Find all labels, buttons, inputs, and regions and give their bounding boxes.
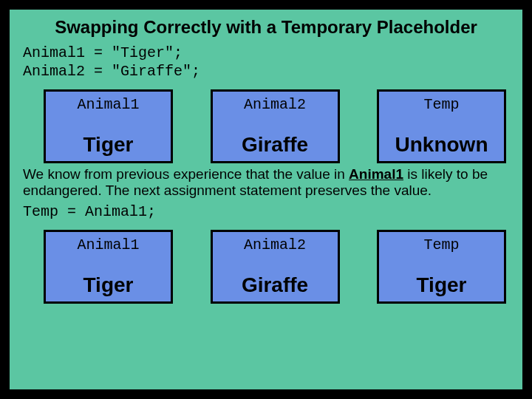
box-value: Giraffe bbox=[216, 273, 335, 299]
box-label: Animal1 bbox=[49, 236, 168, 253]
box-value: Tiger bbox=[382, 273, 501, 299]
code-line: Temp = Animal1; bbox=[23, 202, 509, 221]
code-block-2: Temp = Animal1; bbox=[10, 202, 522, 225]
box-value: Tiger bbox=[49, 273, 168, 299]
explanation-text: We know from previous experience that th… bbox=[10, 163, 522, 202]
box-label: Animal2 bbox=[216, 96, 335, 113]
var-box-animal2: Animal2 Giraffe bbox=[211, 230, 340, 304]
var-box-animal2: Animal2 Giraffe bbox=[211, 89, 340, 163]
box-label: Temp bbox=[382, 236, 501, 253]
var-box-animal1: Animal1 Tiger bbox=[44, 89, 173, 163]
box-row-2: Animal1 Tiger Animal2 Giraffe Temp Tiger bbox=[10, 225, 522, 304]
code-line: Animal1 = "Tiger"; bbox=[23, 44, 509, 62]
box-value: Unknown bbox=[382, 133, 501, 158]
box-label: Animal2 bbox=[216, 236, 335, 253]
var-box-animal1: Animal1 Tiger bbox=[44, 230, 173, 304]
box-label: Temp bbox=[382, 96, 501, 113]
code-line: Animal2 = "Giraffe"; bbox=[23, 62, 509, 81]
slide-title: Swapping Correctly with a Temporary Plac… bbox=[10, 10, 522, 44]
slide: Swapping Correctly with a Temporary Plac… bbox=[7, 7, 525, 392]
box-label: Animal1 bbox=[49, 96, 168, 113]
var-box-temp: Temp Tiger bbox=[377, 230, 506, 304]
var-box-temp: Temp Unknown bbox=[377, 89, 506, 163]
text: We know from previous experience that th… bbox=[23, 166, 349, 182]
box-value: Tiger bbox=[49, 133, 168, 158]
text-emph: Animal1 bbox=[349, 166, 403, 182]
box-value: Giraffe bbox=[216, 133, 335, 158]
code-block-1: Animal1 = "Tiger"; Animal2 = "Giraffe"; bbox=[10, 44, 522, 85]
box-row-1: Animal1 Tiger Animal2 Giraffe Temp Unkno… bbox=[10, 85, 522, 163]
